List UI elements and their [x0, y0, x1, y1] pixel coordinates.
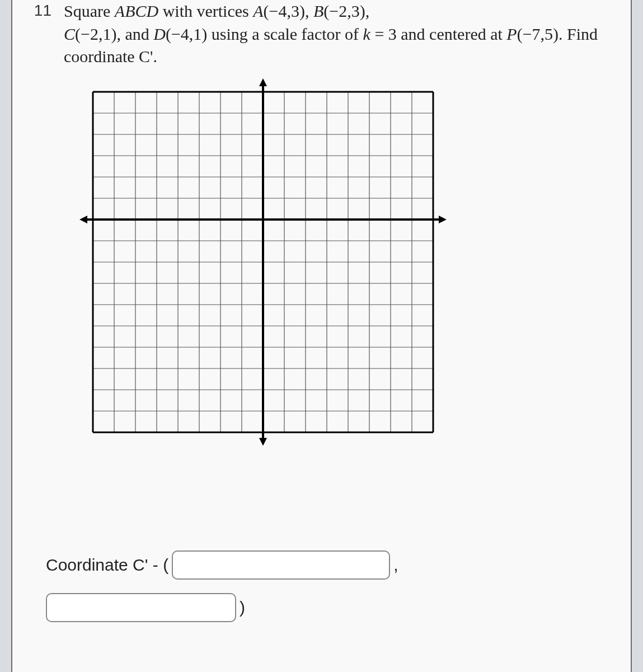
coordinate-x-input[interactable]	[172, 550, 390, 580]
svg-marker-39	[259, 78, 267, 86]
answer-close-paren: )	[240, 589, 245, 626]
qt-D: D	[153, 25, 166, 43]
svg-marker-43	[439, 216, 447, 223]
qt-ABCD: ABCD	[115, 2, 158, 20]
qt-B: B	[313, 2, 323, 20]
coordinate-grid	[79, 78, 447, 446]
svg-marker-40	[259, 438, 267, 446]
coordinate-y-input[interactable]	[46, 593, 236, 622]
qt-Bval: (−2,3)	[323, 2, 365, 20]
answer-line-1: Coordinate C' - ( ,	[46, 547, 614, 584]
svg-marker-42	[79, 216, 87, 223]
qt-C: C	[64, 25, 75, 43]
question-text: Square ABCD with vertices A(−4,3), B(−2,…	[64, 0, 614, 68]
qt-Pval: (−7,5)	[517, 25, 558, 43]
question-number: 11	[29, 0, 51, 68]
question-row: 11 Square ABCD with vertices A(−4,3), B(…	[29, 0, 614, 68]
qt-Cval: (−2,1)	[75, 25, 116, 43]
question-card: 11 Square ABCD with vertices A(−4,3), B(…	[11, 0, 632, 672]
answer-area: Coordinate C' - ( , )	[46, 547, 614, 626]
qt-Aval: (−4,3)	[264, 2, 305, 20]
qt-sep: ,	[305, 2, 313, 20]
qt-plain: Square	[64, 2, 115, 20]
answer-line-2: )	[46, 589, 614, 626]
qt-A: A	[253, 2, 263, 20]
answer-comma: ,	[393, 547, 398, 584]
qt-sep: ,	[365, 2, 370, 20]
qt-plain: with vertices	[158, 2, 253, 20]
answer-label: Coordinate C' - (	[46, 547, 168, 584]
qt-plain: using a scale factor of	[207, 25, 363, 43]
qt-P: P	[506, 25, 517, 43]
qt-Dval: (−4,1)	[166, 25, 207, 43]
qt-sep: , and	[116, 25, 153, 43]
qt-k: k	[363, 25, 370, 43]
coordinate-grid-holder	[79, 78, 614, 446]
qt-keq: = 3 and centered at	[370, 25, 506, 43]
